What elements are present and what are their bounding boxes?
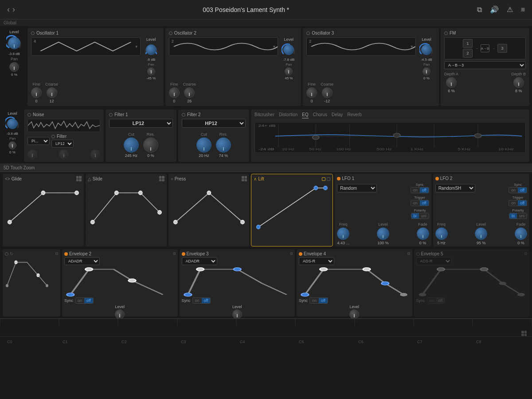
toolbar-icons[interactable]: ⧉ 🔊 ⚠ ≡ [477,5,525,14]
osc1-coarse-knob[interactable] [47,87,57,98]
env2-level-knob[interactable] [115,309,125,319]
tab-delay[interactable]: Delay [332,112,343,118]
env2-graph[interactable] [64,266,176,297]
osc1-fine-knob[interactable] [31,87,42,98]
lfo2-sync-on[interactable]: on [509,188,518,193]
lfo1-polarity-uni[interactable]: uni [419,213,429,219]
fm-power-dot[interactable] [444,31,448,35]
osc3-coarse-knob[interactable] [322,87,332,98]
env5-graph[interactable] [416,266,528,297]
slide-graph[interactable] [88,183,164,232]
env4-graph[interactable] [299,266,410,297]
lfo2-level-knob[interactable] [475,227,487,240]
env4-level-knob[interactable] [349,309,359,319]
osc2-power-dot[interactable] [169,31,172,35]
noise-filter-dot[interactable] [51,135,55,138]
lfo1-sync-off[interactable]: off [420,188,429,193]
osc3-power-dot[interactable] [306,31,310,35]
osc3-fine-knob[interactable] [306,87,317,98]
env2-copy-icon[interactable]: ⧉ [173,251,176,256]
filter2-type-select[interactable]: HP12 [182,119,246,128]
global-pan-knob[interactable] [9,62,19,72]
env3-graph[interactable] [182,266,293,297]
timeline[interactable] [0,319,532,336]
lfo2-trigger-off[interactable]: off [518,200,527,206]
env5-sync-off[interactable]: off [436,298,445,303]
osc2-level-knob[interactable] [282,43,296,57]
env1-graph[interactable] [5,257,58,288]
global-level-knob[interactable] [6,35,22,51]
speaker-icon[interactable]: 🔊 [490,5,499,14]
env4-copy-icon[interactable]: ⧉ [407,251,410,256]
lfo2-freq-knob[interactable] [435,227,448,240]
filter1-res-knob[interactable] [143,137,158,153]
filter2-cut-knob[interactable] [196,137,211,153]
env1-copy-icon[interactable]: ⧉ [55,251,58,256]
lfo2-polarity-uni[interactable]: uni [517,213,527,219]
env4-type-select[interactable]: ADS-R [299,257,334,265]
lfo1-level-knob[interactable] [377,227,389,240]
lfo2-sync-off[interactable]: off [518,188,527,193]
osc1-level-knob[interactable] [144,43,158,57]
lfo1-trigger-off[interactable]: off [420,200,429,206]
lfo1-waveform-select[interactable]: Random [337,184,377,192]
press-graph[interactable] [171,183,247,232]
osc2-pan-knob[interactable] [285,67,293,75]
env5-type-select[interactable]: ADS-R [416,257,452,265]
noise-filter-select[interactable]: LP12 [51,140,74,148]
env2-sync-off[interactable]: off [84,298,93,303]
lfo1-trigger-on[interactable]: on [411,200,420,206]
osc2-fine-knob[interactable] [169,87,180,98]
tab-chorus[interactable]: Chorus [313,112,327,118]
env5-copy-icon[interactable]: ⧉ [524,251,527,256]
press-grid-icon[interactable] [242,176,247,181]
nav-arrows[interactable]: ‹ › [7,5,15,14]
osc3-level-knob[interactable] [419,43,434,57]
fm-depth-a-knob[interactable] [446,77,457,88]
osc1-waveform[interactable]: 4 ▼ [31,37,141,56]
osc1-pan-knob[interactable] [147,67,155,75]
lfo2-polarity-bi[interactable]: bi [509,213,517,219]
filter1-power-dot[interactable] [109,113,113,117]
tab-bitcrusher[interactable]: Bitcrusher [254,112,274,118]
glide-graph[interactable] [5,183,82,232]
lfo1-freq-knob[interactable] [337,227,349,240]
filter2-power-dot[interactable] [182,113,185,117]
filter1-cut-knob[interactable] [124,137,139,153]
fm-depth-b-knob[interactable] [513,77,524,88]
noise-knob3[interactable] [90,149,100,159]
copy-icon[interactable]: ⧉ [477,6,482,14]
env3-level-knob[interactable] [232,309,242,319]
piano-keys[interactable]: C0 C1 C2 C3 C4 C5 C6 C7 C8 [0,336,532,345]
glide-grid-icon[interactable] [76,176,82,181]
tab-distortion[interactable]: Distortion [279,112,297,118]
filter2-res-knob[interactable] [216,137,231,153]
env5-sync-on[interactable]: on [427,298,436,303]
env2-type-select[interactable]: ADADR [64,257,100,265]
lfo2-fade-knob[interactable] [515,227,527,240]
filter1-type-select[interactable]: LP12 [109,119,173,128]
env3-sync-on[interactable]: on [193,298,202,303]
menu-icon[interactable]: ≡ [521,6,525,14]
env4-sync-on[interactable]: on [310,298,319,303]
next-button[interactable]: › [12,5,15,14]
osc2-coarse-knob[interactable] [184,87,195,98]
noise-pan-knob[interactable] [8,141,16,149]
lfo1-fade-knob[interactable] [417,227,429,240]
lfo2-waveform-select[interactable]: RandomSH [435,184,475,192]
fm-dropdown[interactable]: A→B→3 [444,61,526,69]
noise-power-dot[interactable] [27,113,31,117]
osc1-power-dot[interactable] [31,31,35,35]
prev-button[interactable]: ‹ [7,5,10,14]
env2-sync-on[interactable]: on [75,298,84,303]
env4-sync-off[interactable]: off [319,298,328,303]
tab-reverb[interactable]: Reverb [348,112,362,118]
noise-preset-select[interactable]: Pi... [27,137,50,145]
env3-copy-icon[interactable]: ⧉ [290,251,293,256]
env1-refresh-icon[interactable]: ↻ [10,251,13,256]
env3-sync-off[interactable]: off [202,298,211,303]
lift-graph[interactable] [254,183,330,232]
lfo2-trigger-on[interactable]: on [509,200,518,206]
noise-level-knob[interactable] [5,117,20,131]
osc2-waveform[interactable]: 2 ▼ [169,37,278,56]
